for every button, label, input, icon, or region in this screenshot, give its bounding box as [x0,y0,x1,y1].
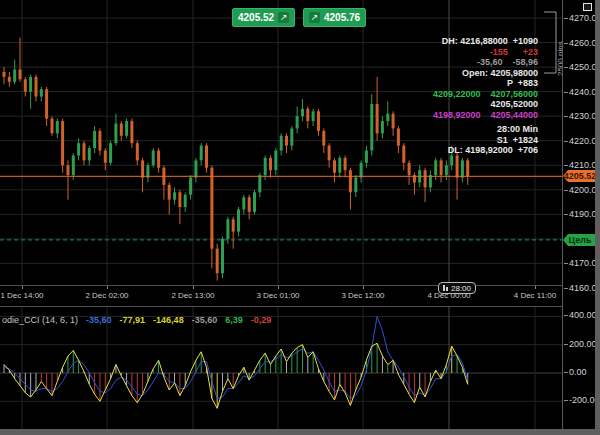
indicator-header: odie_CCI (14, 6, 1) -35,60-77,91-146,48-… [2,309,279,327]
indicator-axis-label: 0.00 [564,367,587,377]
indicator-value: 6,39 [225,315,243,325]
bar-countdown-badge: 28:00 [438,282,476,294]
info-lines-block-2: 28:00 MinS1 +1824DL: 4198,92000 +706 [433,124,538,156]
info-line: 4198,92000 4205,44000 [433,110,538,121]
info-line: -155 +23 [433,47,538,58]
info-line: S1 +1824 [433,135,538,146]
window-bottom-edge [0,429,600,435]
sell-price-label: 4205.52 [238,12,274,23]
time-axis-tick [535,286,536,289]
info-line: 4205,52000 [433,99,538,110]
indicator-values: -35,60-77,91-146,48-35,606,39-0,29 [86,309,279,327]
time-axis-label: 3 Dec 12:00 [331,291,395,300]
market-info-overlay: DH: 4216,88000 +1090-155 +23-35,60 -58,9… [433,36,538,156]
time-axis-label: 1 Dec 14:00 [0,291,54,300]
info-line: DH: 4216,88000 +1090 [433,36,538,47]
trading-terminal-window: 4205.52 ↗ ↗ 4205.76 DH: 4216,88000 +1090… [0,0,600,435]
time-axis-label: 2 Dec 13:00 [161,291,225,300]
sell-quote-button[interactable]: 4205.52 ↗ [232,8,295,27]
info-line: Open: 4205,98000 [433,68,538,79]
time-axis: 1 Dec 14:002 Dec 02:002 Dec 13:003 Dec 0… [0,285,562,307]
price-chart-panel[interactable]: 4205.52 ↗ ↗ 4205.76 DH: 4216,88000 +1090… [0,0,562,285]
window-right-edge [595,0,600,435]
buy-quote-button[interactable]: ↗ 4205.76 [303,8,366,27]
window-corner-mark [583,3,592,11]
indicator-value: -0,29 [251,315,272,325]
candle-countdown-icon [443,285,448,291]
time-axis-label: 3 Dec 01:00 [246,291,310,300]
time-axis-tick [22,286,23,289]
sell-arrow-icon: ↗ [278,12,289,23]
countdown-text: 28:00 [451,284,471,293]
indicator-title: odie_CCI (14, 6, 1) [2,315,78,325]
price-axis: 4270.004260.004250.004240.004230.004220.… [562,0,596,429]
time-axis-tick [278,286,279,289]
cci-indicator-panel[interactable]: odie_CCI (14, 6, 1) -35,60-77,91-146,48-… [0,306,562,429]
indicator-value: -77,91 [120,315,146,325]
buy-arrow-icon: ↗ [309,12,320,23]
time-axis-tick [107,286,108,289]
time-axis-tick [363,286,364,289]
info-line: P +883 [433,78,538,89]
indicator-axis-label: 400.00 [564,310,597,320]
indicator-value: -35,60 [192,315,218,325]
current-price-tag: 4205.52 [563,170,597,182]
target-price-tag: Цель [563,234,597,246]
indicator-axis-label: 200.00 [564,339,597,349]
time-axis-label: 4 Dec 11:00 [503,291,567,300]
info-line: DL: 4198,92000 +706 [433,145,538,156]
time-axis-tick [193,286,194,289]
info-line: -35,60 -58,96 [433,57,538,68]
info-line: 4209,22000 4207,56000 [433,89,538,100]
indicator-value: -35,60 [86,315,112,325]
info-line: 28:00 Min [433,124,538,135]
info-lines-block: DH: 4216,88000 +1090-155 +23-35,60 -58,9… [433,36,538,120]
time-axis-label: 2 Dec 02:00 [75,291,139,300]
indicator-value: -146,48 [153,315,184,325]
buy-price-label: 4205.76 [324,12,360,23]
